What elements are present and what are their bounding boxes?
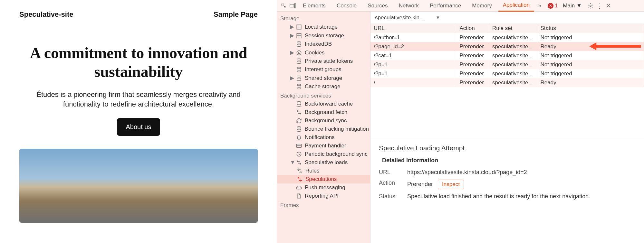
sidebar-item-private-state-tokens[interactable]: Private state tokens [277,57,370,65]
devtools-pane: Elements Console Sources Network Perform… [277,0,644,243]
sidebar-item-cache-storage[interactable]: Cache storage [277,82,370,91]
sidebar-item-back/forward-cache[interactable]: Back/forward cache [277,100,370,108]
col-url[interactable]: URL [370,24,456,33]
sidebar-item-reporting-api[interactable]: Reporting API [277,192,370,200]
settings-icon[interactable] [587,2,594,9]
tab-network[interactable]: Network [394,0,423,11]
tab-application[interactable]: Application [498,0,534,12]
tree-label: Background sync [305,117,347,124]
cloud-icon [296,184,302,191]
device-toolbar-icon[interactable] [289,2,296,9]
svg-rect-0 [282,4,284,6]
error-circle-icon: ✕ [548,3,553,9]
sync-icon [296,159,302,166]
sidebar-item-interest-groups[interactable]: Interest groups [277,65,370,74]
sidebar-item-rules[interactable]: Rules [277,167,370,175]
svg-point-14 [297,84,301,86]
db-icon [296,75,302,81]
tree-label: Back/forward cache [305,101,353,107]
ruleset-selector-row: speculativesite.kin… ▾ [370,12,644,24]
table-row[interactable]: /?author=1Prerenderspeculativesite…Not t… [370,33,644,42]
ruleset-dropdown[interactable]: speculativesite.kin… [375,14,425,21]
kebab-menu-icon[interactable]: ⋮ [596,2,603,9]
cell-ruleset: speculativesite… [489,69,537,78]
nav-link-sample-page[interactable]: Sample Page [214,10,258,19]
sidebar-item-speculations[interactable]: Speculations [277,175,370,183]
detail-status-value: Speculative load finished and the result… [407,193,590,200]
hero-image [19,149,258,223]
svg-point-6 [297,42,301,43]
caret-right-icon: ▶ [290,23,293,30]
sidebar-item-session-storage[interactable]: ▶Session storage [277,31,370,40]
details-section-title: Detailed information [382,157,636,164]
table-row[interactable]: /?p=1Prerenderspeculativesite…Not trigge… [370,69,644,78]
site-header: Speculative-site Sample Page [19,8,258,21]
cell-ruleset: speculativesite… [489,78,537,87]
speculations-table: URL Action Rule set Status /?author=1Pre… [370,24,644,87]
sidebar-item-speculative-loads[interactable]: ▼ Speculative loads [277,158,370,167]
tree-label: Local storage [305,24,338,30]
hero-subtitle: Études is a pioneering firm that seamles… [19,90,258,109]
tab-performance[interactable]: Performance [425,0,466,11]
tab-console[interactable]: Console [332,0,361,11]
tab-sources[interactable]: Sources [363,0,392,11]
speculations-table-wrap: URL Action Rule set Status /?author=1Pre… [370,24,644,139]
error-badge[interactable]: ✕ 1 [548,3,558,9]
sidebar-item-cookies[interactable]: ▶Cookies [277,48,370,57]
svg-point-9 [299,53,300,53]
sidebar-item-background-sync[interactable]: Background sync [277,117,370,125]
detail-url-label: URL [379,169,401,176]
db-icon [296,58,302,64]
close-icon[interactable]: ✕ [605,2,612,9]
hero-section: A commitment to innovation and sustainab… [19,44,258,223]
site-title[interactable]: Speculative-site [19,10,73,19]
db-icon [296,41,302,47]
cookie-icon [296,50,302,56]
about-us-button[interactable]: About us [117,118,160,136]
svg-point-3 [590,5,591,6]
cell-status: Not triggered [537,69,644,78]
cell-ruleset: speculativesite… [489,42,537,51]
tree-label: Rules [305,168,319,174]
table-row[interactable]: /?p=1Prerenderspeculativesite…Not trigge… [370,60,644,69]
clock-icon [296,151,302,157]
chevron-down-icon: ▼ [576,3,582,9]
tree-label: Periodic background sync [305,151,368,157]
application-sidebar[interactable]: Storage ▶Local storage▶Session storageIn… [277,12,370,243]
inspect-button[interactable]: Inspect [438,180,464,189]
frame-selector[interactable]: Main ▼ [560,3,585,9]
inspect-element-icon[interactable] [280,2,287,9]
sidebar-item-notifications[interactable]: Notifications [277,133,370,142]
sync-icon [296,176,303,182]
sidebar-item-indexeddb[interactable]: IndexedDB [277,40,370,48]
chevron-down-icon[interactable]: ▾ [437,14,439,21]
table-row[interactable]: /Prerenderspeculativesite…Ready [370,78,644,87]
background-services-group-label: Background services [277,91,370,100]
sidebar-item-local-storage[interactable]: ▶Local storage [277,23,370,31]
tab-elements[interactable]: Elements [298,0,330,11]
sidebar-item-push-messaging[interactable]: Push messaging [277,183,370,192]
devtools-tabbar: Elements Console Sources Network Perform… [277,0,644,12]
caret-right-icon: ▶ [290,75,293,81]
db-icon [296,66,302,73]
tab-memory[interactable]: Memory [467,0,496,11]
sidebar-item-periodic-background-sync[interactable]: Periodic background sync [277,150,370,158]
tree-label: Payment handler [305,143,346,149]
tree-label: Cache storage [305,83,341,90]
caret-right-icon: ▶ [290,49,293,56]
more-tabs-icon[interactable]: » [536,2,543,9]
storage-group-label: Storage [277,14,370,23]
col-action[interactable]: Action [456,24,489,33]
sidebar-item-background-fetch[interactable]: Background fetch [277,108,370,117]
col-status[interactable]: Status [537,24,644,33]
col-ruleset[interactable]: Rule set [489,24,537,33]
svg-point-16 [297,127,301,128]
cell-url: /?page_id=2 [370,42,456,51]
svg-point-7 [297,51,301,55]
tree-label: Private state tokens [305,58,353,64]
sidebar-item-shared-storage[interactable]: ▶Shared storage [277,74,370,82]
table-row[interactable]: /?cat=1Prerenderspeculativesite…Not trig… [370,51,644,60]
sidebar-item-bounce-tracking-mitigation[interactable]: Bounce tracking mitigation [277,125,370,133]
db-icon [296,101,302,107]
sidebar-item-payment-handler[interactable]: Payment handler [277,142,370,150]
